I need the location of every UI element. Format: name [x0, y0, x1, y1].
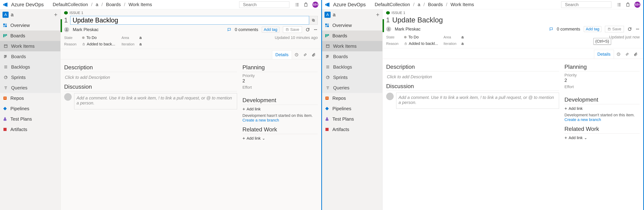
sidebar-item-workitems[interactable]: Work Items — [0, 41, 60, 51]
sidebar-item-repos[interactable]: Repos — [0, 93, 60, 103]
lock-icon — [82, 43, 85, 46]
add-link-related[interactable]: +Add link⌄ — [242, 135, 318, 141]
comment-input[interactable]: Add a comment. Use # to link a work item… — [74, 93, 237, 109]
project-row[interactable]: A a — [322, 9, 382, 20]
sidebar-item-overview[interactable]: Overview — [322, 20, 382, 31]
sidebar-item-backlogs[interactable]: Backlogs — [0, 62, 60, 72]
breadcrumb-collection[interactable]: DefaultCollection — [375, 2, 410, 7]
search-input[interactable] — [565, 2, 618, 7]
bag-icon[interactable] — [625, 2, 630, 7]
tab-details[interactable]: Details — [594, 50, 614, 59]
area-value[interactable]: a — [140, 35, 175, 40]
search-input-container[interactable] — [561, 2, 612, 8]
project-row[interactable]: A a — [0, 9, 60, 20]
create-branch-link[interactable]: Create a new branch — [564, 117, 640, 122]
sidebar-item-queries[interactable]: Queries — [0, 83, 60, 93]
link-icon[interactable] — [301, 51, 309, 59]
list-icon[interactable] — [294, 2, 300, 7]
priority-value[interactable]: 2 — [242, 78, 318, 84]
save-button[interactable]: Save — [605, 26, 624, 32]
assignee-name[interactable]: Mark Pleskac — [73, 27, 98, 32]
add-tag-button[interactable]: Add tag — [262, 27, 279, 33]
sidebar-item-testplans[interactable]: Test Plans — [322, 114, 382, 124]
avatar[interactable]: MH — [634, 2, 640, 8]
state-label: State — [64, 36, 82, 40]
attachment-icon[interactable] — [632, 50, 640, 58]
plus-icon[interactable] — [376, 13, 380, 17]
assignee-name[interactable]: Mark Pleskac — [395, 27, 420, 32]
sidebar-item-artifacts[interactable]: Artifacts — [0, 124, 60, 135]
boards-icon — [324, 33, 330, 38]
refresh-icon[interactable] — [306, 28, 310, 32]
breadcrumb-boards[interactable]: Boards — [106, 2, 121, 7]
save-button[interactable]: Save — [283, 26, 302, 33]
state-label: State — [386, 35, 404, 39]
sidebar-item-boards-sub[interactable]: Boards — [322, 51, 382, 62]
description-placeholder[interactable]: Click to add Description — [64, 73, 237, 82]
updated-time: Updated just now — [497, 35, 640, 40]
sidebar-item-label: Pipelines — [10, 106, 30, 111]
svg-rect-27 — [327, 26, 329, 27]
link-icon[interactable] — [623, 50, 631, 58]
reason-value[interactable]: Added to back... — [82, 42, 122, 47]
sidebar-item-workitems[interactable]: Work Items — [322, 41, 382, 51]
issue-tag-label: ISSUE 1 — [392, 11, 405, 15]
workitems-icon — [3, 44, 8, 49]
iteration-value[interactable]: a — [462, 41, 497, 46]
tab-details[interactable]: Details — [272, 50, 292, 59]
svg-rect-24 — [325, 24, 327, 25]
sidebar-item-backlogs[interactable]: Backlogs — [322, 62, 382, 72]
sidebar-item-queries[interactable]: Queries — [322, 83, 382, 93]
add-link-dev[interactable]: +Add link — [564, 106, 640, 111]
bag-icon[interactable] — [303, 2, 308, 7]
sidebar-item-boards[interactable]: Boards — [322, 31, 382, 41]
history-icon[interactable] — [292, 51, 300, 59]
breadcrumb-project[interactable]: a — [418, 2, 420, 7]
breadcrumb-boards[interactable]: Boards — [428, 2, 443, 7]
sidebar-item-artifacts[interactable]: Artifacts — [322, 124, 382, 135]
add-link-dev[interactable]: +Add link — [242, 106, 318, 112]
priority-value[interactable]: 2 — [564, 78, 640, 83]
breadcrumb-project[interactable]: a — [96, 2, 98, 7]
search-input[interactable] — [243, 2, 296, 7]
description-placeholder[interactable]: Click to add Description — [386, 73, 559, 81]
breadcrumb-workitems[interactable]: Work Items — [450, 2, 474, 7]
sidebar-item-boards[interactable]: Boards — [0, 31, 60, 41]
kebab-icon[interactable] — [314, 28, 318, 32]
title-side-button[interactable] — [309, 16, 318, 25]
sidebar-item-overview[interactable]: Overview — [0, 20, 60, 31]
create-branch-link[interactable]: Create a new branch — [242, 118, 318, 123]
sidebar-item-pipelines[interactable]: Pipelines — [322, 103, 382, 114]
add-link-related[interactable]: +Add link⌄ — [564, 135, 640, 140]
area-value[interactable]: a — [462, 35, 497, 40]
breadcrumb-workitems[interactable]: Work Items — [128, 2, 152, 7]
breadcrumb-collection[interactable]: DefaultCollection — [53, 2, 88, 7]
iteration-value[interactable]: a — [140, 42, 175, 47]
refresh-icon[interactable] — [628, 27, 632, 31]
work-item-title-input[interactable] — [70, 16, 309, 25]
history-icon[interactable] — [614, 50, 622, 58]
planning-header: Planning — [242, 64, 318, 72]
comments-count[interactable]: 0 comments — [235, 27, 258, 32]
search-input-container[interactable] — [239, 2, 290, 8]
work-item-title[interactable]: Update Backlog — [392, 16, 443, 24]
sidebar-item-sprints[interactable]: Sprints — [322, 72, 382, 83]
sidebar-item-label: Sprints — [333, 75, 348, 80]
brand-label: Azure DevOps — [11, 2, 44, 8]
plus-icon[interactable] — [54, 13, 58, 17]
comment-input[interactable]: Add a comment. Use # to link a work item… — [396, 93, 559, 109]
comments-count[interactable]: 0 comments — [557, 27, 580, 32]
sidebar-item-sprints[interactable]: Sprints — [0, 72, 60, 83]
avatar[interactable]: MH — [312, 2, 318, 8]
kebab-icon[interactable] — [636, 27, 640, 31]
sidebar-item-pipelines[interactable]: Pipelines — [0, 103, 60, 114]
list-icon[interactable] — [616, 2, 622, 7]
state-value[interactable]: To Do — [404, 35, 444, 40]
sidebar-item-testplans[interactable]: Test Plans — [0, 114, 60, 124]
reason-value[interactable]: Added to backl... — [404, 41, 444, 46]
attachment-icon[interactable] — [310, 51, 318, 59]
state-value[interactable]: To Do — [82, 35, 122, 40]
sidebar-item-boards-sub[interactable]: Boards — [0, 51, 60, 62]
add-tag-button[interactable]: Add tag — [584, 26, 601, 32]
sidebar-item-repos[interactable]: Repos — [322, 93, 382, 103]
